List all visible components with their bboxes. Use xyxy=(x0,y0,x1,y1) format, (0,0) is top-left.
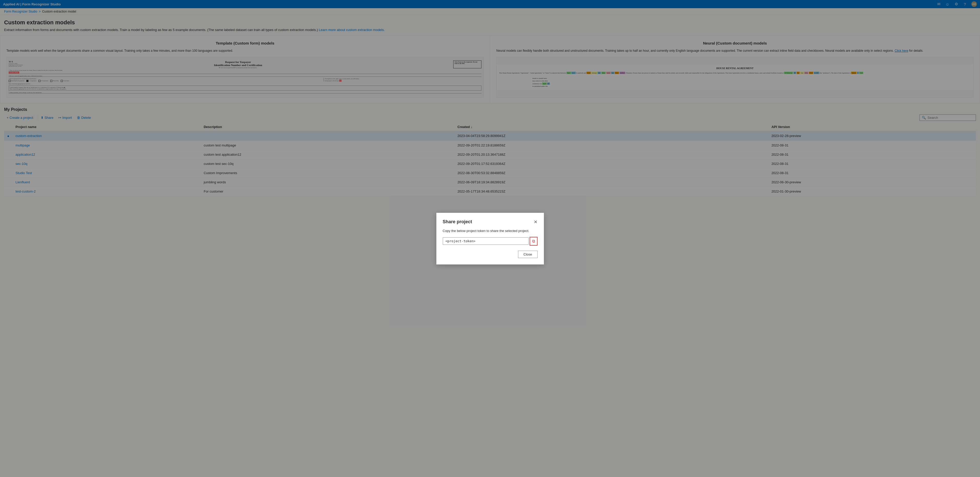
modal-close-button[interactable]: ✕ xyxy=(534,219,538,225)
modal-overlay[interactable]: Share project ✕ Copy the below project t… xyxy=(0,0,980,477)
project-token-input[interactable] xyxy=(443,237,528,245)
modal-title: Share project xyxy=(443,219,472,225)
modal-footer: Close xyxy=(443,250,538,258)
copy-token-button[interactable]: ⧉ xyxy=(530,237,538,246)
modal-header: Share project ✕ xyxy=(443,219,538,225)
modal-token-row: ⧉ xyxy=(443,237,538,246)
share-project-modal: Share project ✕ Copy the below project t… xyxy=(436,213,544,265)
copy-icon: ⧉ xyxy=(532,239,535,244)
modal-close-action-button[interactable]: Close xyxy=(518,250,537,258)
modal-description: Copy the below project token to share th… xyxy=(443,229,538,233)
